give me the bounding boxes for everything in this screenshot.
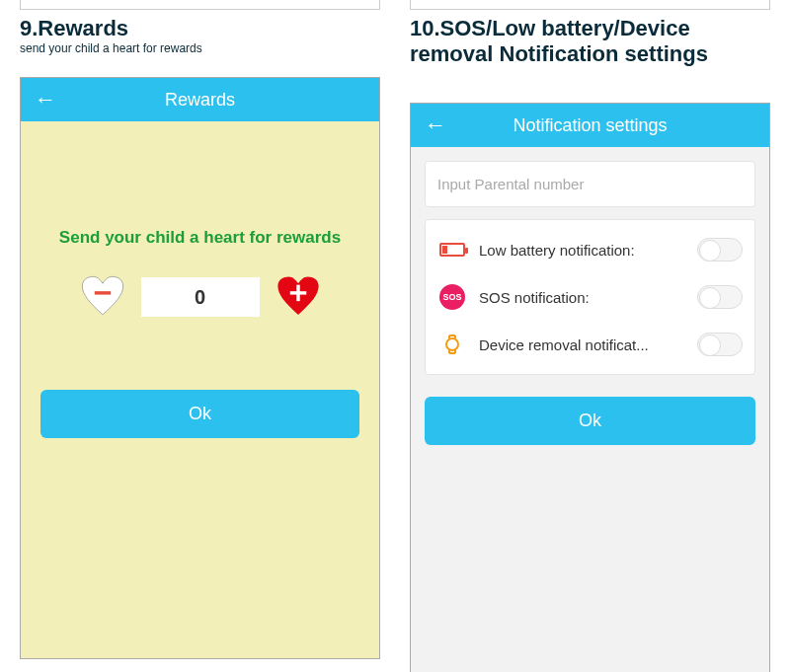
back-arrow-icon[interactable]: ← <box>35 87 56 112</box>
parental-number-input[interactable]: Input Parental number <box>425 161 755 207</box>
device-removal-label: Device removal notificat... <box>479 336 685 353</box>
watch-icon <box>437 333 467 356</box>
appbar: ← Notification settings <box>411 104 769 147</box>
section-title: 10.SOS/Low battery/Device removal Notifi… <box>410 16 770 67</box>
sos-toggle[interactable] <box>697 285 743 309</box>
section-title: 9.Rewards <box>20 16 380 41</box>
increment-heart-button[interactable] <box>276 275 321 319</box>
appbar: ← Rewards <box>21 78 379 121</box>
sos-label: SOS notification: <box>479 289 685 306</box>
device-removal-toggle[interactable] <box>697 333 743 356</box>
section-subtitle <box>410 67 770 95</box>
back-arrow-icon[interactable]: ← <box>425 112 446 138</box>
appbar-title: Notification settings <box>411 115 769 136</box>
decrement-heart-button[interactable] <box>80 275 125 319</box>
settings-card: Low battery notification: SOS SOS notifi… <box>425 219 755 375</box>
sos-row: SOS SOS notification: <box>437 273 743 321</box>
rewards-phone: ← Rewards Send your child a heart for re… <box>20 77 380 659</box>
rewards-instruction: Send your child a heart for rewards <box>40 228 359 248</box>
sos-icon: SOS <box>437 285 467 309</box>
notification-section: 10.SOS/Low battery/Device removal Notifi… <box>410 0 770 672</box>
svg-point-3 <box>446 338 458 350</box>
notification-body: Input Parental number Low battery notifi… <box>411 147 769 672</box>
device-removal-row: Device removal notificat... <box>437 321 743 368</box>
top-bar <box>20 0 380 10</box>
rewards-section: 9.Rewards send your child a heart for re… <box>20 0 380 672</box>
low-battery-toggle[interactable] <box>697 238 743 261</box>
rewards-body: Send your child a heart for rewards 0 <box>21 121 379 658</box>
low-battery-row: Low battery notification: <box>437 226 743 273</box>
section-subtitle: send your child a heart for rewards <box>20 41 380 69</box>
appbar-title: Rewards <box>21 90 379 111</box>
low-battery-label: Low battery notification: <box>479 242 685 259</box>
notification-phone: ← Notification settings Input Parental n… <box>410 103 770 672</box>
heart-count: 0 <box>141 277 260 317</box>
battery-icon <box>437 238 467 261</box>
ok-button[interactable]: Ok <box>40 390 359 438</box>
ok-button[interactable]: Ok <box>425 397 755 445</box>
top-bar <box>410 0 770 10</box>
heart-controls: 0 <box>40 275 359 319</box>
